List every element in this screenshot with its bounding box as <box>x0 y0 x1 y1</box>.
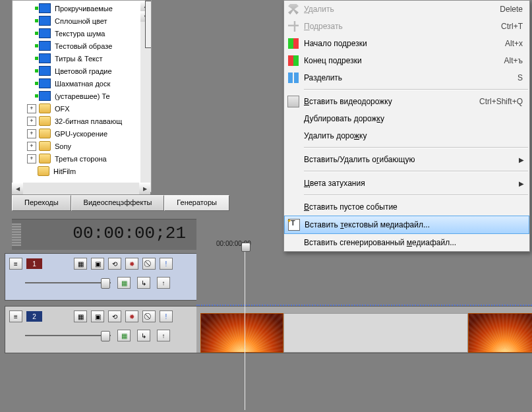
parent-button[interactable]: ↳ <box>137 277 150 289</box>
tree-item[interactable]: Титры & Текст <box>14 52 151 65</box>
tree-label: Титры & Текст <box>55 55 103 63</box>
tab-generators[interactable]: Генераторы <box>164 195 229 211</box>
clip-gap[interactable] <box>283 313 468 353</box>
level-slider[interactable] <box>25 280 111 286</box>
tree-label: Текстура шума <box>55 30 105 38</box>
bypass-fx-button[interactable]: ▦ <box>74 310 87 322</box>
track-minimize-button[interactable]: ≡ <box>9 258 22 270</box>
playhead-icon[interactable] <box>241 243 251 252</box>
make-child-button[interactable]: ↑ <box>157 277 170 289</box>
menu-separator <box>304 194 528 196</box>
tree-item[interactable]: Цветовой градие <box>14 65 151 77</box>
tree-item[interactable]: +32-битная плавающ <box>14 115 151 127</box>
track-settings-button[interactable]: ✹ <box>125 310 138 322</box>
scroll-left-icon[interactable]: ◀ <box>12 183 23 194</box>
menu-shortcut: Alt+ъ <box>504 56 523 65</box>
menu-label: Начало подрезки <box>303 39 498 48</box>
automation-button[interactable]: ⟲ <box>108 258 121 270</box>
tree-item[interactable]: (устаревшее) Те <box>14 90 151 102</box>
tree-item[interactable]: +Sony <box>14 140 151 152</box>
menu-label: Вставить пустое событие <box>303 202 523 212</box>
folder-icon <box>39 103 51 113</box>
solo-button[interactable]: ! <box>160 310 173 322</box>
menu-delete-track[interactable]: Удалить дорожку <box>284 127 529 144</box>
generator-icon <box>39 78 51 88</box>
tree-label: OFX <box>55 105 70 113</box>
video-clip[interactable] <box>200 313 283 353</box>
menu-duplicate-track[interactable]: Дублировать дорожку <box>284 110 529 127</box>
panel-tabs: Переходы Видеоспецэффекты Генераторы <box>12 195 229 211</box>
generator-icon <box>39 3 51 13</box>
track-settings-button[interactable]: ✹ <box>125 258 138 270</box>
scroll-track[interactable] <box>23 183 139 194</box>
make-child-button[interactable]: ↑ <box>157 330 170 341</box>
tab-label: Видеоспецэффекты <box>84 198 152 206</box>
menu-envelopes[interactable]: Вставить/Удалить огибающую▶ <box>284 151 529 168</box>
compositing-button[interactable]: ▦ <box>117 330 131 341</box>
track-minimize-button[interactable]: ≡ <box>9 310 22 322</box>
track-header-2[interactable]: ≡ 2 ▦ ▣ ⟲ ✹ ⃠ ! ▦ ↳ ↑ <box>5 306 197 353</box>
tree-item[interactable]: +Третья сторона <box>14 152 151 165</box>
track-number: 2 <box>26 311 42 322</box>
tree-label: 32-битная плавающ <box>55 117 122 125</box>
tab-video-fx[interactable]: Видеоспецэффекты <box>71 195 165 211</box>
solo-button[interactable]: ! <box>160 258 173 270</box>
scroll-right-icon[interactable]: ▶ <box>139 183 150 194</box>
tree-label: Цветовой градие <box>55 67 112 75</box>
tree-label: Sony <box>55 142 71 150</box>
generator-icon <box>39 28 51 38</box>
menu-insert-video-track[interactable]: Вставить видеодорожкуCtrl+Shift+Q <box>284 93 529 110</box>
tab-transitions[interactable]: Переходы <box>12 195 71 211</box>
mute-button[interactable]: ⃠ <box>142 310 156 322</box>
bypass-fx-button[interactable]: ▦ <box>74 258 87 270</box>
drag-handle-icon[interactable] <box>12 223 21 246</box>
tree-item[interactable]: HitFilm <box>14 165 151 177</box>
automation-button[interactable]: ⟲ <box>108 310 121 322</box>
timecode-display: 00:00:00;21 <box>12 219 196 250</box>
tree-label: Сплошной цвет <box>55 17 107 25</box>
tree-item[interactable]: Тестовый образе <box>14 40 151 52</box>
menu-trim-start[interactable]: Начало подрезкиAlt+х <box>284 35 529 52</box>
media-generators-tree[interactable]: Прокручиваемые Сплошной цвет Текстура шу… <box>12 0 152 192</box>
scroll-track[interactable] <box>145 1 152 48</box>
menu-label: Вставить/Удалить огибающую <box>303 155 523 164</box>
tree-item[interactable]: Текстура шума <box>14 27 151 40</box>
menu-separator <box>304 147 528 148</box>
menu-insert-text-media[interactable]: Вставить текстовый медиафайл... <box>284 216 529 234</box>
menu-insert-empty-event[interactable]: Вставить пустое событие <box>284 198 529 216</box>
tree-item[interactable]: +GPU-ускорение <box>14 127 151 140</box>
tree-item[interactable]: +OFX <box>14 102 151 115</box>
menu-fade-colors[interactable]: Цвета затухания▶ <box>284 175 529 192</box>
track-fx-button[interactable]: ▣ <box>91 258 104 270</box>
video-clip[interactable] <box>468 313 532 353</box>
parent-button[interactable]: ↳ <box>137 330 150 341</box>
tree-item[interactable]: Прокручиваемые <box>14 2 151 15</box>
menu-split[interactable]: РазделитьS <box>284 69 529 86</box>
video-track-row[interactable] <box>196 306 532 353</box>
mute-button[interactable]: ⃠ <box>142 258 156 270</box>
expand-icon[interactable]: + <box>27 117 36 126</box>
tree-label: Тестовый образе <box>55 42 112 50</box>
menu-label: Удалить дорожку <box>303 131 523 140</box>
level-slider[interactable] <box>25 332 111 339</box>
expand-icon[interactable]: + <box>27 129 36 138</box>
tree-hscroll[interactable]: ◀ ▶ <box>12 183 150 194</box>
menu-insert-generated-media[interactable]: Вставить сгенерированный медиафайл... <box>284 234 529 251</box>
track-fx-button[interactable]: ▣ <box>91 310 104 322</box>
timecode-value[interactable]: 00:00:00;21 <box>73 223 186 243</box>
expand-icon[interactable]: + <box>27 154 36 163</box>
folder-icon <box>38 166 49 176</box>
tree-label: HitFilm <box>53 167 76 175</box>
expand-icon[interactable]: + <box>27 104 36 113</box>
playhead-line <box>245 252 245 410</box>
tree-item[interactable]: Сплошной цвет <box>14 15 151 27</box>
expand-icon[interactable]: + <box>27 142 36 151</box>
menu-label: Вставить текстовый медиафайл... <box>303 220 522 229</box>
menu-label: Вставить сгенерированный медиафайл... <box>303 238 523 247</box>
compositing-button[interactable]: ▦ <box>117 277 131 289</box>
tree-item[interactable]: Шахматная доск <box>14 77 151 90</box>
track-header-1[interactable]: ≡ 1 ▦ ▣ ⟲ ✹ ⃠ ! ▦ ↳ ↑ <box>5 253 197 301</box>
tree-scrollbar[interactable]: ▲ ▼ <box>140 1 151 192</box>
timeline-tracks[interactable] <box>196 252 532 410</box>
menu-trim-end[interactable]: Конец подрезкиAlt+ъ <box>284 52 529 69</box>
